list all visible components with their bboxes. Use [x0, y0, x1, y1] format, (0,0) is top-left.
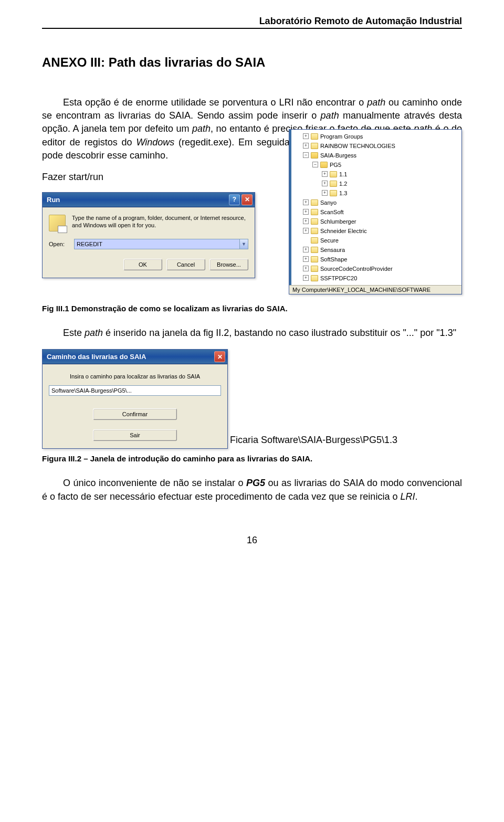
tree-node-label: SourceCodeControlProvider: [320, 264, 393, 273]
tree-node-label: SAIA-Burgess: [320, 151, 356, 160]
tree-node-label: SoftShape: [320, 255, 347, 264]
folder-icon: [311, 218, 318, 225]
folder-icon: [330, 181, 337, 187]
tree-node[interactable]: +1.2: [293, 179, 458, 188]
tree-node[interactable]: +1.3: [293, 188, 458, 198]
folder-icon: [311, 209, 318, 215]
folder-icon: [311, 143, 318, 149]
page-number: 16: [42, 535, 462, 546]
expand-icon[interactable]: +: [303, 228, 309, 234]
folder-icon: [330, 190, 337, 196]
folder-icon: [311, 256, 318, 262]
caminho-dialog: Caminho das livrarias do SAIA ✕ Insira o…: [42, 349, 228, 449]
p3-e: .: [415, 491, 417, 502]
p3-b: PG5: [246, 478, 265, 488]
paragraph-2: Este path é inserido na janela da fig II…: [42, 326, 462, 340]
open-label: Open:: [49, 241, 68, 247]
expand-icon[interactable]: +: [303, 275, 309, 281]
sair-button[interactable]: Sair: [93, 429, 177, 441]
tree-node[interactable]: +SSFTPDFC20: [293, 273, 458, 283]
tree-node-label: SSFTPDFC20: [320, 273, 357, 283]
expand-icon[interactable]: +: [322, 181, 328, 186]
tree-node[interactable]: −PG5: [293, 160, 458, 170]
p1-j: Windows: [136, 137, 174, 147]
tree-node[interactable]: +SourceCodeControlProvider: [293, 264, 458, 273]
tree-node[interactable]: +Schlumberger: [293, 217, 458, 226]
tree-node[interactable]: +SoftShape: [293, 255, 458, 264]
tree-node[interactable]: +Schneider Electric: [293, 226, 458, 236]
expand-icon[interactable]: +: [303, 209, 309, 215]
tree-node-label: Sanyo: [320, 198, 337, 207]
tree-node-label: Schneider Electric: [320, 226, 367, 236]
p1-f: path: [192, 123, 211, 134]
tree-node[interactable]: +1.1: [293, 170, 458, 179]
caminho-instruction: Insira o caminho para localizar as livra…: [49, 373, 221, 380]
folder-icon: [311, 275, 318, 281]
open-input[interactable]: [75, 239, 239, 249]
tree-node[interactable]: −SAIA-Burgess: [293, 151, 458, 160]
p3-a: O único inconveniente de não se instalar…: [63, 478, 246, 488]
run-icon: [49, 215, 66, 231]
registry-window: +Program Groups+RAINBOW TECHNOLOGIES−SAI…: [289, 129, 462, 294]
expand-icon[interactable]: +: [303, 133, 309, 139]
folder-icon: [311, 133, 318, 140]
run-titlebar: Run ? ✕: [43, 193, 255, 207]
expand-icon[interactable]: +: [303, 218, 309, 224]
expand-icon[interactable]: +: [322, 171, 328, 177]
tree-node[interactable]: +RAINBOW TECHNOLOGIES: [293, 141, 458, 151]
tree-node[interactable]: +Sensaura: [293, 245, 458, 255]
paragraph-3: O único inconveniente de não se instalar…: [42, 477, 462, 503]
expand-icon[interactable]: +: [303, 199, 309, 205]
p1-b: path: [367, 97, 385, 108]
p3-d: LRI: [400, 491, 415, 502]
browse-button[interactable]: Browse...: [209, 259, 248, 270]
close-button[interactable]: ✕: [214, 351, 225, 362]
tree-node[interactable]: +Program Groups: [293, 132, 458, 141]
close-button[interactable]: ✕: [242, 194, 253, 205]
help-button[interactable]: ?: [229, 194, 240, 205]
run-dialog: Run ? ✕ Type the name of a program, fold…: [42, 192, 255, 278]
expand-icon[interactable]: −: [312, 162, 318, 167]
figure-1-caption: Fig III.1 Demonstração de como se locali…: [42, 304, 462, 313]
folder-icon: [311, 199, 318, 206]
folder-icon: [311, 152, 318, 159]
folder-icon: [311, 237, 318, 244]
tree-node-label: 1.2: [339, 179, 347, 188]
figure-2-caption: Figura III.2 – Janela de introdução do c…: [42, 454, 462, 463]
registry-tree[interactable]: +Program Groups+RAINBOW TECHNOLOGIES−SAI…: [291, 130, 461, 285]
ficaria-text: Ficaria Software\SAIA-Burgess\PG5\1.3: [230, 435, 397, 449]
cancel-button[interactable]: Cancel: [166, 259, 205, 270]
p2-b: path: [85, 328, 103, 338]
expand-icon[interactable]: −: [303, 152, 309, 158]
folder-icon: [330, 171, 337, 177]
expand-icon[interactable]: +: [303, 256, 309, 262]
tree-node-label: Secure: [320, 236, 339, 245]
tree-node-label: 1.3: [339, 188, 347, 198]
page-header: Laboratório Remoto de Automação Industri…: [42, 16, 462, 29]
expand-icon[interactable]: +: [303, 247, 309, 252]
p2-a: Este: [63, 328, 85, 338]
expand-icon: [303, 237, 309, 243]
tree-node[interactable]: +ScanSoft: [293, 207, 458, 217]
expand-icon[interactable]: +: [303, 266, 309, 271]
folder-icon: [311, 228, 318, 234]
dropdown-icon[interactable]: ▼: [239, 239, 248, 249]
tree-node-label: Schlumberger: [320, 217, 356, 226]
tree-node[interactable]: Secure: [293, 236, 458, 245]
caminho-title: Caminho das livrarias do SAIA: [47, 353, 146, 361]
tree-node[interactable]: +Sanyo: [293, 198, 458, 207]
p1-d: path: [321, 110, 339, 121]
tree-node-label: RAINBOW TECHNOLOGIES: [320, 141, 395, 151]
folder-icon: [311, 247, 318, 253]
folder-icon: [320, 162, 328, 168]
p2-c: é inserido na janela da fig II.2, bastan…: [103, 328, 456, 338]
expand-icon[interactable]: +: [303, 143, 309, 149]
caminho-input[interactable]: [49, 385, 221, 396]
ok-button[interactable]: OK: [123, 259, 162, 270]
page-title: ANEXO III: Path das livrarias do SAIA: [42, 55, 462, 70]
tree-node-label: 1.1: [339, 170, 347, 179]
header-title: Laboratório Remoto de Automação Industri…: [259, 16, 462, 26]
open-combobox[interactable]: ▼: [74, 239, 248, 249]
confirm-button[interactable]: Confirmar: [93, 408, 177, 420]
expand-icon[interactable]: +: [322, 190, 328, 196]
